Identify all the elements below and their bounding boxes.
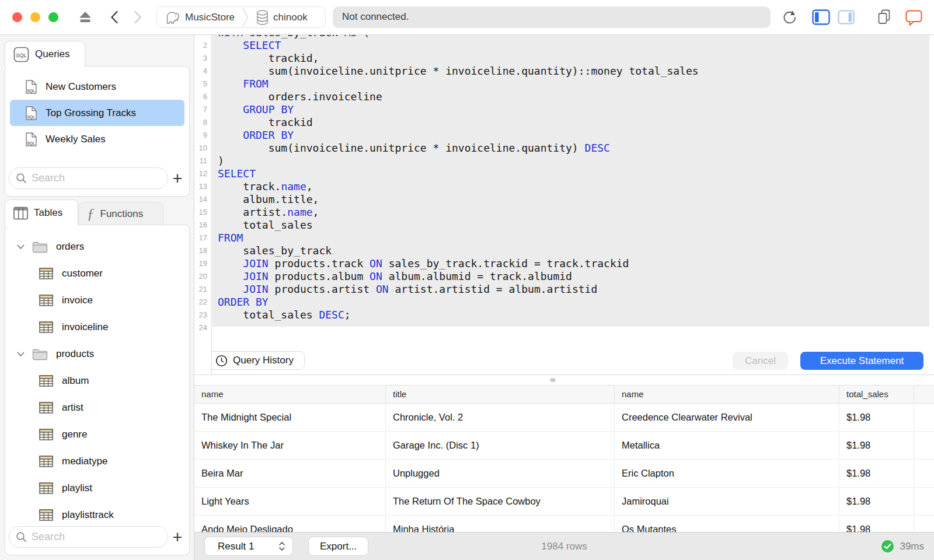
result-selector[interactable]: Result 1 [204,537,293,556]
queries-search-input[interactable] [9,167,168,189]
cell[interactable]: Garage Inc. (Disc 1) [386,432,615,459]
cell[interactable]: $1.98 [839,488,914,515]
column-header-title[interactable]: title [386,386,615,403]
cell[interactable]: $1.98 [839,516,914,532]
cell[interactable]: The Return Of The Space Cowboy [386,488,615,515]
column-header-name[interactable]: name [194,386,386,403]
tab-queries-label: Queries [35,48,70,60]
table-icon [39,509,53,521]
tree-item-mediatype[interactable]: mediatype [5,448,189,475]
tables-icon [13,206,28,220]
cell[interactable]: Whiskey In The Jar [194,432,386,459]
table-row[interactable]: Beira MarUnpluggedEric Clapton$1.98 [194,460,934,488]
tables-search-row: + [9,526,187,548]
sql-editor: 123456789101112131415161718192021222324 … [194,35,934,375]
column-header-total-sales[interactable]: total_sales [839,386,914,403]
cell[interactable]: Creedence Clearwater Revival [615,404,839,431]
row-count: 1984 rows [194,541,934,552]
editor-results-splitter[interactable] [194,376,934,385]
code-line: JOIN products.album ON album.albumid = t… [218,270,699,283]
result-selector-label: Result 1 [218,541,254,552]
chevron-down-icon[interactable] [17,244,25,250]
tree-item-products[interactable]: products [5,341,189,368]
tab-queries[interactable]: SQL Queries [5,41,85,67]
cell[interactable]: $1.98 [839,460,914,487]
back-button[interactable] [110,10,119,24]
cell[interactable]: The Midnight Special [194,404,386,431]
tree-item-artist[interactable]: artist [5,394,189,421]
query-item-weekly-sales[interactable]: SQL Weekly Sales [10,126,184,152]
tree-item-playlist[interactable]: playlist [5,475,189,502]
chevron-down-icon[interactable] [17,352,25,357]
line-number: 17 [194,232,207,244]
tree-item-invoiceline[interactable]: invoiceline [5,314,189,341]
code-area[interactable]: WITH sales_by_track AS ( SELECT trackid,… [218,35,699,334]
cell[interactable]: Eric Clapton [615,460,839,487]
refresh-icon[interactable] [782,10,797,25]
table-row[interactable]: The Midnight SpecialChronicle, Vol. 2Cre… [194,404,934,432]
add-query-button[interactable]: + [168,169,187,188]
table-row[interactable]: Ando Meio DesligadoMinha HistóriaOs Muta… [194,516,934,532]
toggle-right-sidebar-icon[interactable] [838,10,855,24]
tree-item-customer[interactable]: customer [5,260,189,287]
column-header-name[interactable]: name [615,386,839,403]
minimize-window-button[interactable] [30,12,40,22]
svg-text:SQL: SQL [27,114,35,119]
tree-item-invoice[interactable]: invoice [5,287,189,314]
add-table-button[interactable]: + [168,528,187,547]
tables-search-input[interactable] [9,526,168,548]
close-window-button[interactable] [12,12,22,22]
tab-functions[interactable]: ƒ Functions [78,202,163,226]
query-item-label: Weekly Sales [46,134,106,145]
tables-panel: orders customer invoice invoiceline prod… [5,225,190,555]
cell[interactable]: Ando Meio Desligado [194,516,386,532]
forward-button[interactable] [133,10,142,24]
windows-icon[interactable] [877,9,891,25]
stepper-chevrons-icon [278,541,285,552]
table-row[interactable]: Whiskey In The JarGarage Inc. (Disc 1)Me… [194,432,934,460]
cell[interactable]: Jamiroquai [615,488,839,515]
cell[interactable]: Metallica [615,432,839,459]
cell[interactable]: Beira Mar [194,460,386,487]
execute-statement-button[interactable]: Execute Statement [800,352,923,370]
tree-item-label: genre [62,429,87,440]
cell[interactable]: Os Mutantes [615,516,839,532]
splitter-handle-icon[interactable] [550,378,556,382]
cell[interactable]: $1.98 [839,404,914,431]
code-line [218,321,699,334]
chat-feedback-icon[interactable] [905,10,922,26]
table-icon [39,375,53,387]
cell[interactable]: Unplugged [386,460,615,487]
breadcrumb-database[interactable]: chinook [273,12,308,23]
toggle-left-sidebar-icon[interactable] [812,9,830,25]
query-history-button[interactable]: Query History [204,351,305,370]
success-check-icon [881,540,894,553]
export-button[interactable]: Export... [308,537,368,556]
table-icon [39,456,53,467]
cell[interactable]: Chronicle, Vol. 2 [386,404,615,431]
zoom-window-button[interactable] [48,12,58,22]
cell[interactable]: $1.98 [839,432,914,459]
tree-item-orders[interactable]: orders [5,233,189,260]
table-icon [39,268,53,279]
results-rows: The Midnight SpecialChronicle, Vol. 2Cre… [194,404,934,532]
cancel-button[interactable]: Cancel [733,352,788,370]
results-header: nametitlenametotal_sales [194,385,934,404]
tab-tables[interactable]: Tables [5,200,78,226]
cell[interactable]: Light Years [194,488,386,515]
code-line: sum(invoiceline.unitprice * invoiceline.… [218,65,699,78]
code-line: sum(invoiceline.unitprice * invoiceline.… [218,142,699,155]
search-icon [16,531,27,542]
table-row[interactable]: Light YearsThe Return Of The Space Cowbo… [194,488,934,516]
eject-icon[interactable] [78,11,92,24]
query-item-new-customers[interactable]: SQL New Customers [10,74,184,100]
tree-item-label: invoiceline [62,321,108,333]
query-item-top-grossing-tracks[interactable]: SQL Top Grossing Tracks [10,100,184,126]
tree-item-playlisttrack[interactable]: playlisttrack [5,502,189,528]
queries-panel: SQL New Customers SQL Top Grossing Track… [5,66,190,197]
tree-item-album[interactable]: album [5,368,189,394]
breadcrumb-server[interactable]: MusicStore [185,12,235,23]
tree-item-genre[interactable]: genre [5,421,189,448]
code-line: SELECT [218,39,699,52]
cell[interactable]: Minha História [386,516,615,532]
